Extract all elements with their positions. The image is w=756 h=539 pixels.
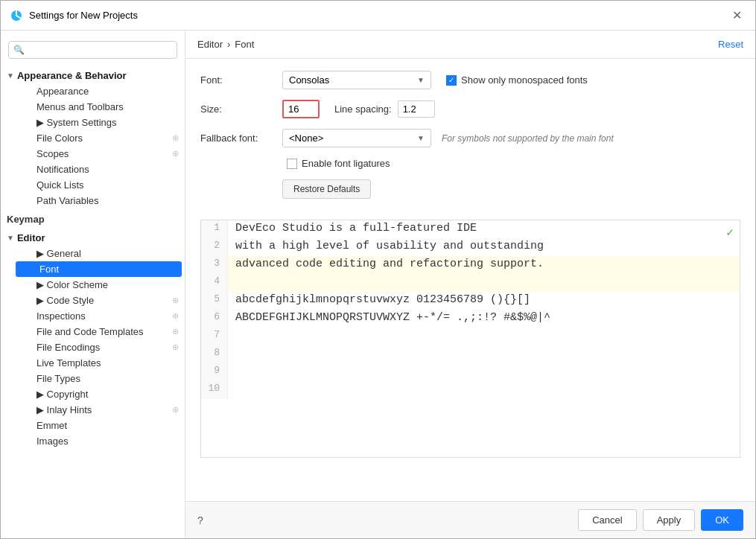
sidebar-item-live-templates[interactable]: Live Templates xyxy=(13,355,185,371)
sidebar-item-menus-toolbars[interactable]: Menus and Toolbars xyxy=(13,99,185,115)
sidebar-item-label: File Encodings xyxy=(36,342,100,353)
sidebar-item-file-encodings[interactable]: File Encodings ⊕ xyxy=(13,339,185,355)
sidebar-item-file-colors[interactable]: File Colors ⊕ xyxy=(13,130,185,146)
line-number: 6 xyxy=(201,310,228,328)
line-content: advanced code editing and refactoring su… xyxy=(228,256,551,274)
sidebar-item-inlay-hints[interactable]: ▶ Inlay Hints ⊕ xyxy=(13,402,185,418)
sidebar-item-images[interactable]: Images xyxy=(13,433,185,449)
line-content xyxy=(228,274,243,292)
preview-line-8: 8 xyxy=(201,345,740,363)
font-label: Font: xyxy=(200,74,282,86)
ligatures-checkbox[interactable] xyxy=(287,159,297,169)
fallback-dropdown[interactable]: <None> ▼ xyxy=(282,129,431,147)
chevron-down-icon: ▼ xyxy=(7,71,14,80)
preview-line-9: 9 xyxy=(201,363,740,381)
preview-line-6: 6 ABCDEFGHIJKLMNOPQRSTUVWXYZ +-*/= .,;:!… xyxy=(201,310,740,328)
settings-icon: ⊕ xyxy=(172,327,179,337)
help-button[interactable]: ? xyxy=(197,514,203,526)
fallback-hint: For symbols not supported by the main fo… xyxy=(442,133,614,144)
sidebar-item-path-variables[interactable]: Path Variables xyxy=(13,193,185,208)
footer: ? Cancel Apply OK xyxy=(185,501,755,538)
sidebar-item-system-settings[interactable]: ▶ System Settings xyxy=(13,115,185,130)
font-value: Consolas xyxy=(289,74,329,86)
sidebar-item-label: ▶ System Settings xyxy=(36,117,117,128)
line-number: 5 xyxy=(201,292,228,310)
preview-line-3: 3 advanced code editing and refactoring … xyxy=(201,256,740,274)
preview-line-7: 7 xyxy=(201,328,740,345)
size-label: Size: xyxy=(200,103,282,115)
size-row: Size: Line spacing: xyxy=(200,100,740,118)
search-box[interactable]: 🔍 xyxy=(8,41,177,59)
sidebar-item-appearance[interactable]: Appearance xyxy=(13,83,185,99)
sidebar-item-label: Keymap xyxy=(7,214,45,225)
sidebar-item-notifications[interactable]: Notifications xyxy=(13,162,185,177)
line-content: DevEco Studio is a full-featured IDE xyxy=(228,220,484,238)
preview-line-5: 5 abcdefghijklmnopqrstuvwxyz 0123456789 … xyxy=(201,292,740,310)
sidebar-item-label: Inspections xyxy=(36,310,86,322)
sidebar-item-label: ▶ Copyright xyxy=(36,389,88,400)
line-number: 9 xyxy=(201,363,228,381)
spacing-input[interactable] xyxy=(398,101,435,118)
monospaced-label: Show only monospaced fonts xyxy=(461,74,588,86)
sidebar-item-file-types[interactable]: File Types xyxy=(13,371,185,386)
sidebar-item-label: File Types xyxy=(36,373,80,384)
close-button[interactable]: ✕ xyxy=(728,7,746,24)
sidebar-item-file-code-templates[interactable]: File and Code Templates ⊕ xyxy=(13,324,185,339)
settings-icon: ⊕ xyxy=(172,149,179,159)
restore-defaults-button[interactable]: Restore Defaults xyxy=(282,179,371,199)
search-input[interactable] xyxy=(8,41,177,59)
line-content xyxy=(228,381,243,399)
size-input[interactable] xyxy=(282,100,320,118)
fallback-row: Fallback font: <None> ▼ For symbols not … xyxy=(200,129,740,147)
sidebar-item-keymap[interactable]: Keymap xyxy=(1,211,185,227)
dropdown-arrow-icon: ▼ xyxy=(417,76,425,84)
font-dropdown[interactable]: Consolas ▼ xyxy=(282,71,431,89)
sidebar-item-inspections[interactable]: Inspections ⊕ xyxy=(13,308,185,324)
main-content: Editor › Font Reset Font: Consolas ▼ xyxy=(185,31,755,538)
sidebar-item-label: Font xyxy=(39,264,59,275)
line-number: 1 xyxy=(201,220,228,238)
dropdown-arrow-icon: ▼ xyxy=(417,134,425,142)
sidebar-item-label: Emmet xyxy=(36,420,67,431)
sidebar-item-editor[interactable]: ▼ Editor xyxy=(1,230,185,246)
line-content xyxy=(228,345,243,363)
line-content: with a high level of usability and outst… xyxy=(228,238,551,256)
apply-button[interactable]: Apply xyxy=(643,509,696,531)
sidebar-item-color-scheme[interactable]: ▶ Color Scheme xyxy=(13,277,185,293)
sidebar-item-font[interactable]: Font xyxy=(16,261,182,277)
settings-icon: ⊕ xyxy=(172,342,179,352)
sidebar-item-code-style[interactable]: ▶ Code Style ⊕ xyxy=(13,293,185,308)
line-content: ABCDEFGHIJKLMNOPQRSTUVWXYZ +-*/= .,;:!? … xyxy=(228,310,558,328)
sidebar-item-label: ▶ General xyxy=(36,248,81,259)
sidebar-item-label: File Colors xyxy=(36,133,83,144)
preview-line-2: 2 with a high level of usability and out… xyxy=(201,238,740,256)
sidebar-group-label: Editor xyxy=(17,232,45,243)
ok-button[interactable]: OK xyxy=(701,509,743,531)
line-number: 8 xyxy=(201,345,228,363)
sidebar-item-label: ▶ Inlay Hints xyxy=(36,404,92,415)
dialog-title: Settings for New Projects xyxy=(29,10,138,21)
breadcrumb-separator: › xyxy=(227,39,230,50)
reset-button[interactable]: Reset xyxy=(718,39,743,50)
sidebar-item-label: Menus and Toolbars xyxy=(36,101,124,112)
valid-icon: ✓ xyxy=(726,225,734,240)
preview-line-1: 1 DevEco Studio is a full-featured IDE xyxy=(201,220,740,238)
chevron-down-icon: ▼ xyxy=(7,234,14,242)
sidebar-item-label: ▶ Code Style xyxy=(36,295,94,306)
line-content xyxy=(228,363,243,381)
sidebar-item-scopes[interactable]: Scopes ⊕ xyxy=(13,146,185,162)
sidebar-item-general[interactable]: ▶ General xyxy=(13,246,185,261)
sidebar-item-quick-lists[interactable]: Quick Lists xyxy=(13,177,185,193)
sidebar-group-label: Appearance & Behavior xyxy=(17,70,127,81)
breadcrumb-parent: Editor xyxy=(197,39,223,50)
cancel-button[interactable]: Cancel xyxy=(578,509,636,531)
sidebar-item-emmet[interactable]: Emmet xyxy=(13,418,185,433)
sidebar-item-appearance-behavior[interactable]: ▼ Appearance & Behavior xyxy=(1,68,185,83)
monospaced-checkbox[interactable]: ✓ xyxy=(446,75,457,86)
sidebar-item-copyright[interactable]: ▶ Copyright xyxy=(13,386,185,402)
spacing-label: Line spacing: xyxy=(334,103,398,115)
sidebar-item-label: Quick Lists xyxy=(36,179,84,191)
sidebar-item-label: Live Templates xyxy=(36,357,101,369)
settings-icon: ⊕ xyxy=(172,311,179,321)
sidebar-item-label: Notifications xyxy=(36,164,89,175)
